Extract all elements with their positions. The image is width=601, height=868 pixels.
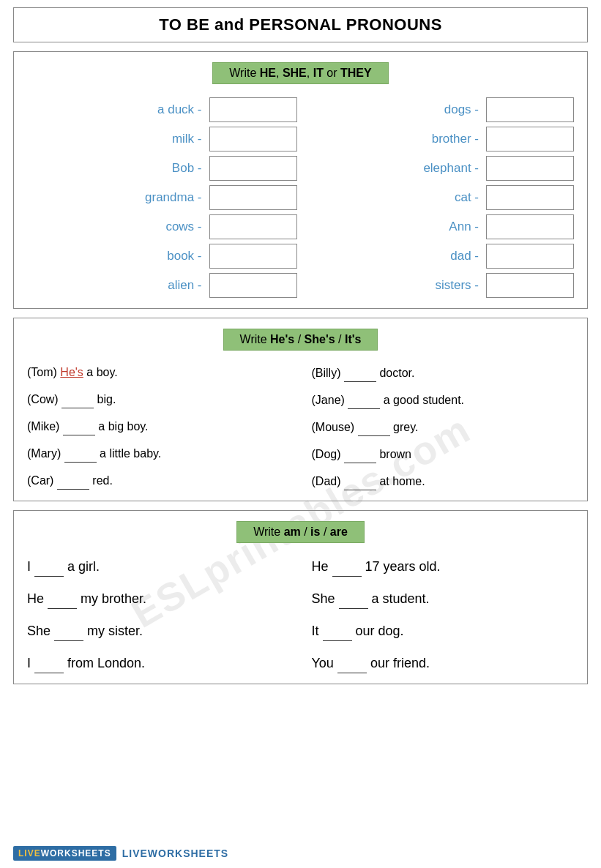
amis-blank[interactable] (48, 588, 77, 609)
pronoun-input-box[interactable] (486, 214, 574, 239)
amis-subject: He (27, 591, 48, 606)
pronoun-input-box[interactable] (209, 185, 297, 210)
sentence-blank[interactable] (57, 471, 89, 490)
sentence-blank[interactable] (344, 472, 376, 490)
sentence-rest: a little baby. (97, 447, 162, 460)
section-pronouns: Write HE, SHE, IT or THEY a duck -milk -… (13, 51, 588, 309)
sentence-prefix: (Mike) (27, 420, 63, 433)
sentence-rest: grey. (390, 421, 419, 433)
sentence-prefix: (Tom) (27, 366, 60, 378)
pronoun-word: elephant - (420, 161, 479, 176)
pronoun-word: cat - (420, 190, 479, 205)
sentence-prefix: (Dad) (312, 475, 344, 487)
pronoun-input-box[interactable] (486, 127, 574, 151)
pronoun-input-box[interactable] (209, 97, 297, 122)
pronoun-input-box[interactable] (209, 273, 297, 298)
sentence-prefix: (Cow) (27, 393, 61, 405)
amis-blank[interactable] (323, 621, 352, 641)
pronoun-input-box[interactable] (486, 273, 574, 298)
section2-badge: Write He's / She's / It's (223, 329, 378, 351)
pronoun-row: cows - (27, 214, 297, 239)
amis-subject: You (312, 656, 337, 670)
amis-rest: my sister. (83, 624, 143, 638)
sentence-line: (Billy) doctor. (312, 364, 575, 382)
pronoun-input-box[interactable] (486, 97, 574, 122)
pronoun-word: a duck - (143, 102, 202, 117)
sentence-prefix: (Dog) (312, 448, 344, 460)
pronoun-row: brother - (305, 127, 575, 151)
sentence-rest: a good student. (380, 394, 464, 406)
section3-badge: Write am / is / are (236, 521, 365, 543)
page-title: TO BE and PERSONAL PRONOUNS (13, 7, 588, 42)
footer-logo: LIVEWORKSHEETS (13, 846, 116, 861)
sentence-prefix: (Mouse) (312, 421, 358, 433)
amis-grid: I a girl.He my brother.She my sister.I f… (27, 556, 574, 673)
pronoun-word: brother - (420, 132, 479, 146)
sentence-blank[interactable] (64, 444, 97, 463)
pronoun-input-box[interactable] (209, 244, 297, 269)
pronoun-input-box[interactable] (209, 214, 297, 239)
pronoun-row: elephant - (305, 156, 575, 181)
footer-text: LIVEWORKSHEETS (122, 848, 228, 859)
sentence-blank[interactable] (344, 364, 376, 382)
pronoun-row: sisters - (305, 273, 575, 298)
footer-logo-work: WORKSHEETS (41, 848, 111, 858)
amis-blank[interactable] (337, 653, 367, 673)
pronoun-word: alien - (143, 278, 202, 293)
pronoun-row: Bob - (27, 156, 297, 181)
amis-blank[interactable] (332, 556, 362, 577)
amis-subject: She (312, 591, 339, 606)
footer-logo-live: LIVE (18, 848, 41, 858)
sentence-line: (Cow) big. (27, 390, 290, 408)
amis-line: I a girl. (27, 556, 290, 577)
sentence-blank[interactable] (63, 417, 95, 435)
amis-subject: I (27, 559, 34, 574)
footer: LIVEWORKSHEETS LIVEWORKSHEETS (13, 840, 588, 861)
pronoun-input-box[interactable] (486, 244, 574, 269)
sentence-prefix: (Car) (27, 474, 57, 487)
pronoun-row: cat - (305, 185, 575, 210)
pronoun-row: alien - (27, 273, 297, 298)
amis-line: She my sister. (27, 621, 290, 641)
sentence-rest: big. (94, 393, 116, 405)
pronoun-input-box[interactable] (209, 127, 297, 151)
sentence-line: (Car) red. (27, 471, 290, 490)
pronoun-input-box[interactable] (486, 156, 574, 181)
pronoun-row: dad - (305, 244, 575, 269)
sentences-grid: (Tom) He's a boy.(Cow) big.(Mike) a big … (27, 364, 574, 490)
sentence-blank[interactable] (358, 418, 390, 436)
sentence-line: (Dad) at home. (312, 472, 575, 490)
amis-col-left: I a girl.He my brother.She my sister.I f… (27, 556, 290, 673)
sentence-line: (Mouse) grey. (312, 418, 575, 436)
amis-blank[interactable] (54, 621, 83, 641)
sentence-blank[interactable] (348, 391, 380, 409)
pronoun-row: milk - (27, 127, 297, 151)
amis-rest: our friend. (367, 656, 430, 670)
sentence-blank[interactable] (61, 390, 94, 408)
sentence-rest: red. (89, 474, 113, 487)
amis-blank[interactable] (339, 588, 368, 609)
pronoun-word: sisters - (420, 278, 479, 293)
sentence-prefix: (Mary) (27, 447, 64, 460)
sentence-blank[interactable] (344, 445, 376, 463)
amis-rest: a student. (368, 591, 430, 606)
amis-blank[interactable] (34, 556, 64, 577)
amis-blank[interactable] (34, 653, 64, 673)
amis-line: It our dog. (312, 621, 575, 641)
sentence-answer-shown: He's (60, 366, 83, 378)
section-amis: Write am / is / are I a girl.He my broth… (13, 510, 588, 684)
pronoun-input-box[interactable] (486, 185, 574, 210)
pronoun-word: dogs - (420, 102, 479, 117)
sentences-col-right: (Billy) doctor.(Jane) a good student.(Mo… (312, 364, 575, 490)
pronoun-grid: a duck -milk -Bob -grandma -cows -book -… (27, 97, 574, 298)
pronoun-word: milk - (143, 132, 202, 146)
pronoun-input-box[interactable] (209, 156, 297, 181)
pronoun-row: book - (27, 244, 297, 269)
amis-subject: She (27, 624, 54, 638)
amis-subject: He (312, 559, 332, 574)
pronoun-row: a duck - (27, 97, 297, 122)
sentence-prefix: (Billy) (312, 367, 344, 379)
pronoun-word: book - (143, 249, 202, 263)
pronoun-col-left: a duck -milk -Bob -grandma -cows -book -… (27, 97, 297, 298)
sentence-line: (Tom) He's a boy. (27, 364, 290, 381)
